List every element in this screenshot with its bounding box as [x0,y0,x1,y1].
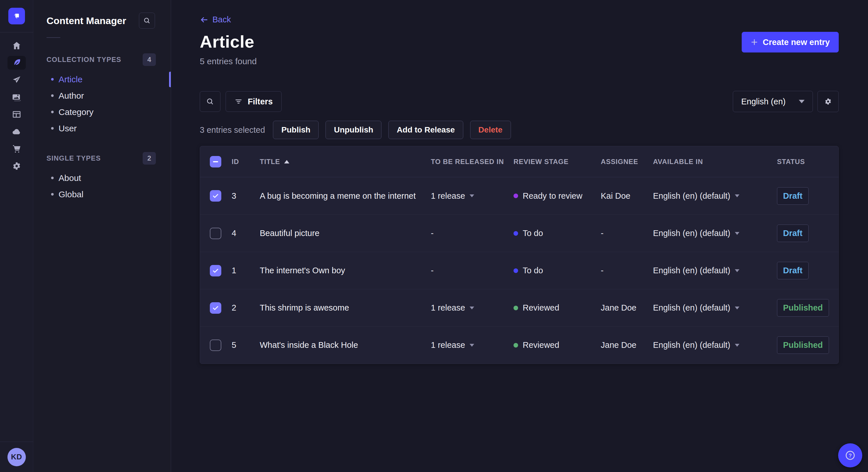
table-row[interactable]: 1 The internet's Own boy - To do - Engli… [200,252,838,289]
row-review-stage: To do [514,229,601,238]
row-title: The internet's Own boy [260,266,431,275]
releases-paper-plane-icon[interactable] [0,71,33,89]
row-locale-dropdown[interactable]: English (en) (default) [653,303,777,312]
sidebar-item-label: User [59,124,76,133]
create-button-label: Create new entry [763,38,830,47]
chevron-down-icon [735,194,739,197]
search-button[interactable] [200,91,220,112]
search-icon [143,17,151,24]
gear-icon [824,98,832,105]
review-stage-dot-icon [514,194,518,198]
svg-text:?: ? [848,452,851,459]
chevron-down-icon [735,269,739,272]
table-row[interactable]: 2 This shrimp is awesome 1 release Revie… [200,289,838,326]
row-locale-dropdown[interactable]: English (en) (default) [653,340,777,350]
publish-button[interactable]: Publish [273,121,319,139]
column-header-released[interactable]: TO BE RELEASED IN [431,158,514,166]
user-avatar[interactable]: KD [7,448,26,466]
sidebar-item-label: About [59,173,81,183]
filters-button[interactable]: Filters [226,91,282,112]
column-header-id[interactable]: ID [231,158,260,166]
media-library-images-icon[interactable] [0,89,33,106]
arrow-left-icon [200,15,208,24]
cloud-icon[interactable] [0,123,33,140]
review-stage-dot-icon [514,306,518,310]
status-badge: Published [777,336,829,354]
row-release-dropdown[interactable]: 1 release [431,191,514,201]
row-checkbox[interactable] [210,265,221,276]
chevron-down-icon [470,307,474,309]
status-badge: Draft [777,187,809,205]
unpublish-button[interactable]: Unpublish [326,121,381,139]
add-to-release-button[interactable]: Add to Release [389,121,463,139]
column-header-available-in[interactable]: AVAILABLE IN [653,158,777,166]
help-button[interactable]: ? [838,443,862,467]
selection-bar: 3 entries selected Publish Unpublish Add… [200,121,839,139]
table-header-row: ID TITLE TO BE RELEASED IN REVIEW STAGE … [200,146,838,177]
row-locale-dropdown[interactable]: English (en) (default) [653,191,777,201]
settings-gear-icon[interactable] [0,158,33,175]
content-manager-subnav: Content Manager COLLECTION TYPES 4 Artic… [33,0,171,472]
row-title: This shrimp is awesome [260,303,431,312]
sidebar-item-author[interactable]: Author [33,88,171,104]
sidebar-item-label: Category [59,107,94,117]
sidebar-item-about[interactable]: About [33,170,171,186]
column-header-title[interactable]: TITLE [260,158,431,166]
row-release-dropdown[interactable]: 1 release [431,303,514,312]
sort-ascending-icon [284,160,289,164]
delete-button[interactable]: Delete [470,121,511,139]
sidebar-item-label: Global [59,190,84,199]
table-row[interactable]: 5 What's inside a Black Hole 1 release R… [200,326,838,364]
content-manager-feather-icon[interactable] [0,54,33,71]
column-header-assignee[interactable]: ASSIGNEE [601,158,653,166]
row-review-stage: Ready to review [514,191,601,201]
rail-icon-list [0,32,33,442]
subnav-search-button[interactable] [139,12,155,29]
sidebar-item-category[interactable]: Category [33,104,171,120]
main-content: Back Article Create new entry 5 entries … [171,0,868,472]
bullet-icon [51,193,54,196]
bullet-icon [51,127,54,130]
create-new-entry-button[interactable]: Create new entry [742,32,839,53]
locale-select[interactable]: English (en) [733,91,813,112]
row-assignee: - [601,229,653,238]
row-id: 5 [231,340,260,350]
row-checkbox[interactable] [210,339,221,351]
row-review-stage: Reviewed [514,303,601,312]
table-row[interactable]: 4 Beautiful picture - To do - English (e… [200,214,838,252]
column-header-review-stage[interactable]: REVIEW STAGE [514,158,601,166]
sidebar-item-global[interactable]: Global [33,186,171,202]
select-all-checkbox[interactable] [210,156,221,167]
row-locale-dropdown[interactable]: English (en) (default) [653,229,777,238]
back-link[interactable]: Back [200,15,231,24]
single-types-label: SINGLE TYPES [46,154,101,162]
filter-icon [235,98,243,105]
chevron-down-icon [799,100,805,103]
row-review-stage: Reviewed [514,340,601,350]
row-checkbox[interactable] [210,228,221,239]
subnav-divider [46,37,60,38]
sidebar-item-article[interactable]: Article [33,71,171,88]
collection-types-label: COLLECTION TYPES [46,56,121,64]
strapi-logo[interactable] [8,8,25,24]
view-settings-button[interactable] [817,91,839,112]
row-assignee: - [601,266,653,275]
table-row[interactable]: 3 A bug is becoming a meme on the intern… [200,177,838,214]
entries-count-text: 5 entries found [200,57,839,66]
row-release-dropdown[interactable]: 1 release [431,340,514,350]
home-icon[interactable] [0,37,33,54]
chevron-down-icon [735,344,739,347]
rail-user-section: KD [0,442,33,472]
row-checkbox[interactable] [210,190,221,202]
row-title: Beautiful picture [260,229,431,238]
bullet-icon [51,111,54,113]
column-header-status[interactable]: STATUS [777,158,829,166]
content-type-builder-layout-icon[interactable] [0,106,33,123]
status-badge: Draft [777,225,809,242]
row-locale-dropdown[interactable]: English (en) (default) [653,266,777,275]
sidebar-item-user[interactable]: User [33,120,171,136]
marketplace-cart-icon[interactable] [0,140,33,158]
chevron-down-icon [470,194,474,197]
row-checkbox[interactable] [210,302,221,314]
collection-types-section: COLLECTION TYPES 4 Article Author Catego… [33,53,171,136]
